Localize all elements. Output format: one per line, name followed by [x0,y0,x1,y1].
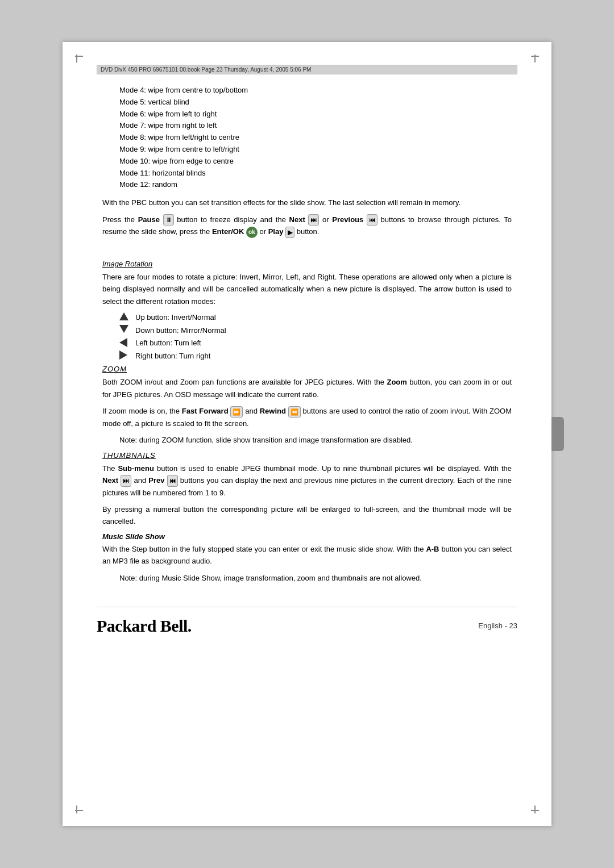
corner-mark-tr [529,52,541,65]
brand-logo: Packard Bell. [97,615,192,636]
thumbnails-paragraph1: The Sub-menu button is used to enable JP… [102,462,512,499]
mode-item-11: Mode 11: horizontal blinds [119,168,512,180]
thumbnails-section: THUMBNAILS The Sub-menu button is used t… [102,451,512,528]
brand-name: Packard Bell. [97,616,192,635]
corner-mark-tl [73,52,85,65]
thumbnails-title: THUMBNAILS [102,451,512,460]
rotation-modes-list: Up button: Invert/Normal Down button: Mi… [119,312,512,361]
zoom-paragraph1: Both ZOOM in/out and Zoom pan functions … [102,376,512,400]
music-title: Music Slide Show [102,532,512,541]
footer: Packard Bell. English - 23 [97,607,517,636]
down-arrow-icon [119,325,132,335]
image-rotation-title: Image Rotation [102,260,512,268]
fast-forward-bold: Fast Forward [182,407,229,415]
rotation-row-right: Right button: Turn right [119,350,512,362]
header-bar: DVD DivX 450 PRO 69675101 00.book Page 2… [97,65,517,74]
page-tab [551,417,564,451]
thumbnails-paragraph2: By pressing a numeral button the corresp… [102,503,512,528]
triangle-left [119,338,127,347]
pause-label: Pause [138,215,160,224]
mode-item-4: Mode 4: wipe from centre to top/bottom [119,85,512,97]
music-note: Note: during Music Slide Show, image tra… [119,572,512,584]
zoom-bold: Zoom [387,378,406,386]
play-label: Play [268,227,284,236]
previous-button-icon: ⏮ [367,214,377,226]
corner-mark-br [529,803,541,816]
page-label: English - [478,621,507,630]
zoom-title: ZOOM [102,365,512,373]
rotation-down-text: Down button: Mirror/Normal [135,325,226,336]
triangle-down [119,325,128,333]
enterok-label: Enter/OK [212,227,244,236]
triangle-right [119,350,127,360]
pause-button-icon: ⏸ [163,214,174,226]
pbc-paragraph: With the PBC button you can set transiti… [102,197,512,208]
rotation-right-text: Right button: Turn right [135,350,210,362]
next-icon: ⏭ [121,475,131,486]
mode-list: Mode 4: wipe from centre to top/bottom M… [119,85,512,191]
page-wrapper: DVD DivX 450 PRO 69675101 00.book Page 2… [0,0,614,868]
document-page: DVD DivX 450 PRO 69675101 00.book Page 2… [63,42,551,826]
ab-bold: A-B [426,545,439,553]
mode-item-5: Mode 5: vertical blind [119,97,512,108]
previous-label: Previous [332,215,363,224]
rw-icon: ⏪ [288,406,301,418]
section-gap-1 [102,243,512,260]
header-text: DVD DivX 450 PRO 69675101 00.book Page 2… [101,66,311,73]
mode-item-12: Mode 12: random [119,179,512,191]
triangle-up [119,312,128,320]
mode-item-10: Mode 10: wipe from edge to centre [119,156,512,168]
play-button-icon: ▶ [285,227,294,238]
next-button-icon: ⏭ [308,214,319,226]
rewind-bold: Rewind [260,407,286,415]
prev-icon: ⏮ [167,475,178,486]
submenu-bold: Sub-menu [118,464,154,473]
page-number: 23 [509,621,517,630]
ff-icon: ⏩ [230,406,243,418]
next-label: Next [289,215,305,224]
zoom-section: ZOOM Both ZOOM in/out and Zoom pan funct… [102,365,512,446]
next-bold: Next [102,476,118,485]
content-area: Mode 4: wipe from centre to top/bottom M… [97,85,517,584]
mode-item-7: Mode 7: wipe from right to left [119,120,512,132]
image-rotation-section: Image Rotation There are four modes to r… [102,260,512,361]
prev-bold: Prev [148,476,164,485]
rotation-row-up: Up button: Invert/Normal [119,312,512,323]
up-arrow-icon [119,312,132,323]
rotation-left-text: Left button: Turn left [135,337,201,349]
rotation-row-left: Left button: Turn left [119,337,512,349]
rotation-up-text: Up button: Invert/Normal [135,312,216,323]
ok-circle-icon: ok [246,227,258,238]
music-section: Music Slide Show With the Step button in… [102,532,512,584]
music-paragraph1: With the Step button in the fully stoppe… [102,543,512,567]
mode-item-9: Mode 9: wipe from centre to left/right [119,144,512,156]
mode-item-8: Mode 8: wipe from left/right to centre [119,132,512,144]
image-rotation-paragraph: There are four modes to rotate a picture… [102,271,512,307]
left-arrow-icon [119,338,132,348]
zoom-paragraph2: If zoom mode is on, the Fast Forward ⏩ a… [102,405,512,429]
zoom-note: Note: during ZOOM function, slide show t… [119,434,512,446]
page-info: English - 23 [478,621,517,630]
right-arrow-icon [119,350,132,361]
mode-item-6: Mode 6: wipe from left to right [119,108,512,120]
pause-paragraph: Press the Pause ⏸ button to freeze displ… [102,214,512,238]
rotation-row-down: Down button: Mirror/Normal [119,325,512,336]
corner-mark-bl [73,803,85,816]
